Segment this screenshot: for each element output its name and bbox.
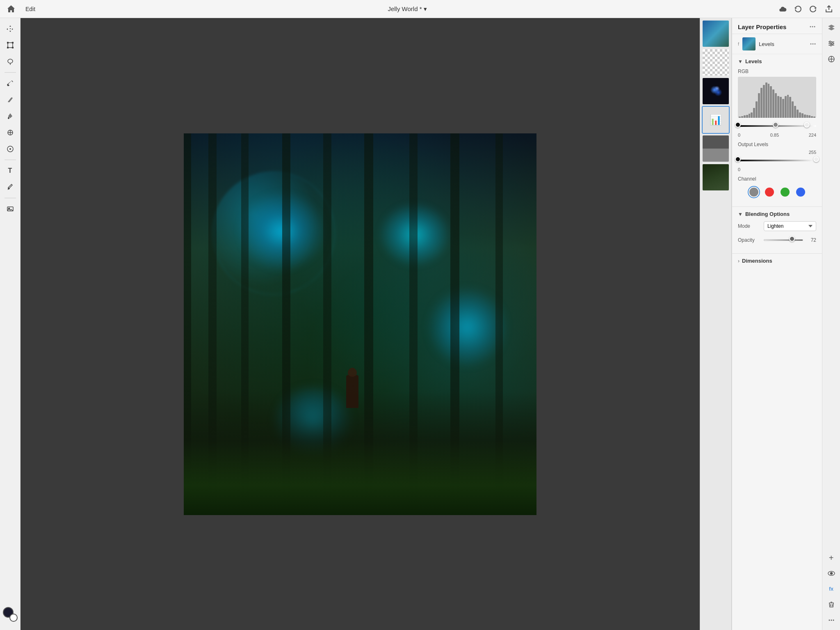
visibility-icon[interactable] bbox=[825, 567, 838, 580]
dimensions-section-title: Dimensions bbox=[742, 258, 772, 264]
svg-point-17 bbox=[813, 44, 814, 45]
home-icon[interactable] bbox=[7, 5, 16, 14]
input-slider-labels: 0 0.85 224 bbox=[738, 133, 816, 137]
cloud-icon[interactable] bbox=[778, 5, 787, 14]
separator-2 bbox=[5, 160, 16, 160]
output-levels-slider[interactable] bbox=[738, 156, 816, 165]
output-black-point[interactable] bbox=[735, 156, 741, 162]
rgb-channel-label: RGB bbox=[738, 69, 816, 74]
svg-rect-3 bbox=[7, 47, 9, 48]
eraser-tool[interactable] bbox=[3, 92, 18, 107]
layer-thumb-6[interactable] bbox=[702, 163, 730, 191]
blue-channel-btn[interactable] bbox=[796, 188, 805, 197]
redo-icon[interactable] bbox=[809, 5, 818, 14]
opacity-value: 72 bbox=[806, 237, 816, 243]
pen-tool[interactable] bbox=[3, 180, 18, 195]
text-tool[interactable]: T bbox=[3, 163, 18, 178]
svg-point-13 bbox=[810, 26, 811, 27]
healing-tool[interactable] bbox=[3, 142, 18, 156]
output-slider-track bbox=[738, 160, 816, 161]
channel-section-label: Channel bbox=[738, 176, 816, 182]
left-toolbar: T bbox=[0, 18, 21, 630]
lasso-tool[interactable] bbox=[3, 54, 18, 69]
dimensions-section: › Dimensions bbox=[732, 254, 822, 268]
topbar-center: Jelly World * ▾ bbox=[388, 5, 427, 13]
levels-collapse-arrow: ▼ bbox=[738, 59, 743, 64]
edit-menu[interactable]: Edit bbox=[24, 6, 37, 12]
svg-point-22 bbox=[829, 41, 831, 43]
blend-mode-select[interactable]: NormalDissolveDarkenMultiplyColor BurnLi… bbox=[764, 221, 816, 231]
layer-more-icon[interactable] bbox=[810, 41, 816, 47]
svg-point-34 bbox=[833, 620, 834, 621]
rgb-channel-btn[interactable] bbox=[749, 188, 758, 197]
share-icon[interactable] bbox=[824, 5, 833, 14]
separator-3 bbox=[5, 198, 16, 198]
input-white-point[interactable] bbox=[804, 122, 810, 128]
topbar-left: Edit bbox=[7, 5, 37, 14]
layer-name-label: Levels bbox=[759, 41, 806, 47]
svg-point-14 bbox=[812, 26, 813, 27]
layer-thumb-1[interactable] bbox=[702, 20, 730, 48]
svg-point-23 bbox=[832, 43, 833, 44]
paint-bucket-tool[interactable] bbox=[3, 109, 18, 124]
transform-tool[interactable] bbox=[3, 38, 18, 53]
layer-thumb-2[interactable] bbox=[702, 48, 730, 76]
svg-point-29 bbox=[830, 573, 832, 575]
right-action-icons: + fx bbox=[822, 18, 840, 630]
svg-rect-2 bbox=[12, 42, 14, 44]
undo-icon[interactable] bbox=[793, 5, 802, 14]
layer-thumb-4-levels[interactable]: 📊 bbox=[702, 106, 730, 134]
levels-section-title: Levels bbox=[745, 58, 762, 64]
levels-section: ▼ Levels RGB 0 0.8 bbox=[732, 54, 822, 207]
channel-selector bbox=[738, 183, 816, 201]
more-options-button[interactable] bbox=[825, 614, 838, 627]
output-white-point[interactable] bbox=[813, 156, 819, 162]
levels-section-header[interactable]: ▼ Levels bbox=[732, 54, 822, 69]
opacity-row: Opacity 72 bbox=[738, 235, 816, 245]
output-max-value: 255 bbox=[738, 150, 816, 155]
add-layer-button[interactable]: + bbox=[825, 551, 838, 564]
opacity-track bbox=[764, 239, 803, 241]
background-color[interactable] bbox=[9, 614, 18, 622]
dimensions-header[interactable]: › Dimensions bbox=[732, 254, 822, 268]
layer-row: f Levels bbox=[732, 34, 822, 54]
red-channel-btn[interactable] bbox=[765, 188, 774, 197]
input-black-point[interactable] bbox=[735, 122, 741, 128]
opacity-slider[interactable] bbox=[764, 235, 803, 245]
layer-thumb-5[interactable] bbox=[702, 135, 730, 163]
properties-header: Layer Properties bbox=[732, 18, 822, 34]
layer-thumb-3[interactable] bbox=[702, 77, 730, 105]
green-channel-btn[interactable] bbox=[781, 188, 790, 197]
effects-panel-icon[interactable] bbox=[825, 53, 838, 66]
input-mid-point[interactable] bbox=[773, 122, 778, 128]
brush-tool[interactable] bbox=[3, 76, 18, 91]
document-title: Jelly World * ▾ bbox=[388, 5, 427, 13]
properties-more-icon[interactable] bbox=[809, 23, 816, 30]
svg-point-15 bbox=[814, 26, 815, 27]
blending-section-header[interactable]: ▼ Blending Options bbox=[732, 207, 822, 221]
input-levels-slider[interactable] bbox=[738, 121, 816, 131]
opacity-thumb[interactable] bbox=[789, 236, 795, 242]
input-min-label: 0 bbox=[738, 133, 740, 137]
color-swatches bbox=[3, 607, 18, 622]
svg-point-16 bbox=[810, 44, 812, 45]
move-tool[interactable] bbox=[3, 21, 18, 36]
fx-button[interactable]: fx bbox=[825, 582, 838, 596]
clone-tool[interactable] bbox=[3, 125, 18, 140]
topbar-right bbox=[778, 5, 833, 14]
output-min-label: 0 bbox=[738, 167, 740, 172]
delete-layer-button[interactable] bbox=[825, 598, 838, 611]
image-tool[interactable] bbox=[3, 202, 18, 216]
canvas-image[interactable] bbox=[184, 133, 536, 515]
layers-panel-icon[interactable] bbox=[825, 21, 838, 34]
opacity-label: Opacity bbox=[738, 237, 760, 243]
ferns-area bbox=[184, 441, 536, 515]
adjustments-panel-icon[interactable] bbox=[825, 37, 838, 50]
person-silhouette bbox=[346, 375, 358, 408]
levels-section-content: RGB 0 0.85 224 bbox=[732, 69, 822, 206]
output-levels-label: Output Levels bbox=[738, 142, 816, 147]
main-area: T bbox=[0, 18, 840, 630]
svg-point-18 bbox=[815, 44, 816, 45]
properties-title: Layer Properties bbox=[738, 23, 786, 30]
blend-mode-row: Mode NormalDissolveDarkenMultiplyColor B… bbox=[738, 221, 816, 231]
